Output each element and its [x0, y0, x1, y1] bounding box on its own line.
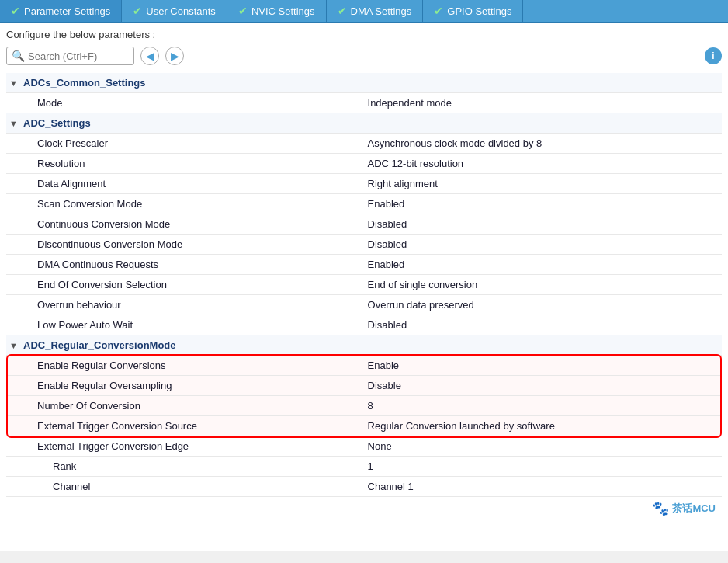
- param-value[interactable]: 8: [365, 396, 722, 416]
- tab-label: Parameter Settings: [24, 5, 110, 17]
- param-value[interactable]: Overrun data preserved: [365, 295, 722, 315]
- tab-check-icon: ✔: [11, 5, 20, 17]
- param-value[interactable]: 1: [365, 457, 722, 477]
- param-label: Resolution: [6, 154, 365, 174]
- table-row: Rank 1: [6, 457, 722, 477]
- tab-user-constants[interactable]: ✔ User Constants: [122, 0, 227, 22]
- section-label: ADC_Regular_ConversionMode: [23, 339, 175, 351]
- info-button[interactable]: i: [705, 47, 722, 64]
- param-value[interactable]: Enabled: [365, 255, 722, 275]
- tabs-bar: ✔ Parameter Settings ✔ User Constants ✔ …: [0, 0, 728, 23]
- tab-label: User Constants: [146, 5, 216, 17]
- section-label: ADC_Settings: [23, 117, 91, 129]
- table-row-highlighted: Enable Regular Conversions Enable: [6, 356, 722, 376]
- param-label: Mode: [6, 93, 365, 113]
- section-adcs-common[interactable]: ▼ ADCs_Common_Settings: [6, 73, 722, 93]
- param-label: Continuous Conversion Mode: [6, 214, 365, 235]
- nav-next-button[interactable]: ▶: [165, 47, 184, 65]
- table-row: Continuous Conversion Mode Disabled: [6, 214, 722, 235]
- param-label: External Trigger Conversion Edge: [6, 436, 365, 457]
- table-row-highlighted: External Trigger Conversion Source Regul…: [6, 416, 722, 436]
- table-row: Resolution ADC 12-bit resolution: [6, 154, 722, 174]
- section-label: ADCs_Common_Settings: [23, 77, 145, 89]
- table-row-highlighted: Enable Regular Oversampling Disable: [6, 376, 722, 396]
- param-value[interactable]: Disabled: [365, 315, 722, 335]
- param-label: Number Of Conversion: [6, 396, 365, 416]
- tab-check-icon: ✔: [434, 5, 443, 17]
- table-row: Discontinuous Conversion Mode Disabled: [6, 235, 722, 255]
- table-row: DMA Continuous Requests Enabled: [6, 255, 722, 275]
- param-label: End Of Conversion Selection: [6, 275, 365, 295]
- param-value[interactable]: Independent mode: [365, 93, 722, 113]
- search-bar: 🔍 ◀ ▶ i: [6, 47, 722, 65]
- param-label: Low Power Auto Wait: [6, 315, 365, 335]
- param-value[interactable]: End of single conversion: [365, 275, 722, 295]
- parameter-table: ▼ ADCs_Common_Settings Mode Independent …: [6, 73, 722, 497]
- param-value[interactable]: Enabled: [365, 194, 722, 214]
- search-input[interactable]: [28, 50, 129, 62]
- param-label: Enable Regular Oversampling: [6, 376, 365, 396]
- param-value[interactable]: Asynchronous clock mode divided by 8: [365, 134, 722, 154]
- param-value[interactable]: Enable: [365, 356, 722, 376]
- table-row: Data Alignment Right alignment: [6, 174, 722, 194]
- param-value[interactable]: Disabled: [365, 214, 722, 235]
- main-content: Configure the below parameters : 🔍 ◀ ▶ i…: [0, 23, 728, 551]
- param-label: Discontinuous Conversion Mode: [6, 235, 365, 255]
- tab-check-icon: ✔: [338, 5, 347, 17]
- table-row: Channel Channel 1: [6, 477, 722, 497]
- param-value[interactable]: Regular Conversion launched by software: [365, 416, 722, 436]
- tab-nvic-settings[interactable]: ✔ NVIC Settings: [227, 0, 327, 22]
- param-label: External Trigger Conversion Source: [6, 416, 365, 436]
- param-value[interactable]: ADC 12-bit resolution: [365, 154, 722, 174]
- tab-check-icon: ✔: [133, 5, 142, 17]
- param-value[interactable]: Disable: [365, 376, 722, 396]
- chevron-down-icon: ▼: [9, 341, 18, 350]
- section-adc-regular[interactable]: ▼ ADC_Regular_ConversionMode: [6, 335, 722, 356]
- watermark-text: 茶话MCU: [672, 502, 716, 516]
- configure-text: Configure the below parameters :: [6, 29, 722, 40]
- tab-label: GPIO Settings: [447, 5, 511, 17]
- table-row: Overrun behaviour Overrun data preserved: [6, 295, 722, 315]
- tab-gpio-settings[interactable]: ✔ GPIO Settings: [423, 0, 523, 22]
- param-label: Data Alignment: [6, 174, 365, 194]
- param-label: Scan Conversion Mode: [6, 194, 365, 214]
- param-value[interactable]: Channel 1: [365, 477, 722, 497]
- tab-check-icon: ✔: [238, 5, 248, 17]
- param-label: DMA Continuous Requests: [6, 255, 365, 275]
- param-value[interactable]: Disabled: [365, 235, 722, 255]
- table-row-highlighted: Number Of Conversion 8: [6, 396, 722, 416]
- param-value[interactable]: None: [365, 436, 722, 457]
- chevron-down-icon: ▼: [9, 78, 18, 88]
- watermark: 🐾 茶话MCU: [6, 497, 722, 520]
- nav-prev-button[interactable]: ◀: [140, 47, 159, 65]
- param-label: Channel: [6, 477, 365, 497]
- tab-dma-settings[interactable]: ✔ DMA Settings: [327, 0, 424, 22]
- tab-label: DMA Settings: [351, 5, 412, 17]
- param-value[interactable]: Right alignment: [365, 174, 722, 194]
- table-row: Mode Independent mode: [6, 93, 722, 113]
- table-row: End Of Conversion Selection End of singl…: [6, 275, 722, 295]
- param-label: Rank: [6, 457, 365, 477]
- param-label: Enable Regular Conversions: [6, 356, 365, 376]
- tab-label: NVIC Settings: [251, 5, 315, 17]
- table-row: Scan Conversion Mode Enabled: [6, 194, 722, 214]
- table-row: Clock Prescaler Asynchronous clock mode …: [6, 134, 722, 154]
- search-icon: 🔍: [12, 50, 25, 62]
- param-label: Overrun behaviour: [6, 295, 365, 315]
- tab-parameter-settings[interactable]: ✔ Parameter Settings: [0, 0, 122, 22]
- chevron-down-icon: ▼: [9, 119, 18, 128]
- param-label: Clock Prescaler: [6, 134, 365, 154]
- table-row: External Trigger Conversion Edge None: [6, 436, 722, 457]
- section-adc-settings[interactable]: ▼ ADC_Settings: [6, 113, 722, 134]
- watermark-icon: 🐾: [652, 500, 669, 517]
- search-wrap[interactable]: 🔍: [6, 47, 134, 65]
- table-row: Low Power Auto Wait Disabled: [6, 315, 722, 335]
